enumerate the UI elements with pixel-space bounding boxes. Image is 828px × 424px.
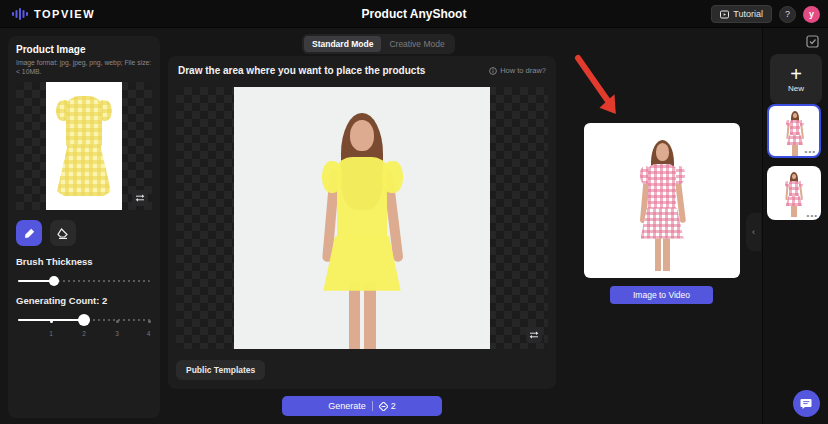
generate-credits: 2 [379,401,396,411]
generating-count-label: Generating Count: 2 [16,295,152,306]
swap-canvas-image-button[interactable] [526,327,542,343]
topbar-actions: Tutorial ? y [711,0,820,28]
brand-name: TOPVIEW [34,8,95,20]
support-chat-button[interactable] [793,390,820,417]
brush-thickness-slider[interactable] [18,275,150,287]
history-thumbnail-2[interactable]: ••• [767,166,821,220]
new-project-button[interactable]: + New [770,54,822,104]
tutorial-button[interactable]: Tutorial [711,5,772,23]
mode-tabs: Standard Mode Creative Mode [302,34,455,54]
brush-icon [24,228,35,239]
product-image-preview[interactable] [16,82,152,210]
format-hint: Image format: jpg, jpeg, png, webp; File… [16,58,152,76]
history-sidebar: + New ••• ••• [762,28,828,424]
generating-count-handle[interactable] [78,314,90,326]
draw-instruction: Draw the area where you want to place th… [178,65,425,76]
tick-2: 2 [82,330,86,337]
brush-tool-button[interactable] [16,220,42,246]
swap-icon [135,194,145,202]
product-image-canvas [46,82,122,210]
model-with-yellow-mask [272,101,452,349]
page-title: Product AnyShoot [0,7,828,21]
brush-thickness-label: Brush Thickness [16,256,152,267]
info-icon [489,67,497,75]
yellow-dress-image [56,96,112,196]
avatar[interactable]: y [803,6,820,23]
tick-3: 3 [115,330,119,337]
topview-logo-icon [12,7,28,21]
select-check-icon [806,35,819,48]
product-image-title: Product Image [16,44,152,55]
generate-divider [372,401,373,411]
history-thumbnail-1[interactable]: ••• [767,104,821,158]
new-label: New [788,84,804,93]
eraser-icon [57,228,69,239]
tutorial-icon [720,10,729,19]
chat-icon [800,398,813,410]
public-templates-button[interactable]: Public Templates [176,360,265,380]
chevron-left-icon: ‹ [752,227,755,237]
plus-icon: + [790,66,802,82]
tutorial-label: Tutorial [733,9,763,19]
credit-count: 2 [391,401,396,411]
image-to-video-button[interactable]: Image to Video [610,286,713,304]
swap-icon [529,331,539,339]
generating-count-slider[interactable] [18,314,150,326]
brand-logo[interactable]: TOPVIEW [12,7,95,21]
generate-label: Generate [328,401,366,411]
thumbnail-more-icon[interactable]: ••• [807,212,818,220]
credit-coin-icon [379,402,388,411]
tick-4: 4 [147,330,151,337]
tab-standard-mode[interactable]: Standard Mode [304,36,381,52]
how-to-draw-label: How to draw? [500,66,546,75]
app-root: TOPVIEW Product AnyShoot Tutorial ? y St… [0,0,828,424]
model-photo [234,87,490,349]
thumb-model-pink [775,170,813,217]
tab-creative-mode[interactable]: Creative Mode [381,36,452,52]
thumbnail-more-icon[interactable]: ••• [805,148,816,156]
multi-select-button[interactable] [806,34,820,48]
mask-tools [16,220,152,246]
model-with-pink-dress [612,133,712,271]
draw-area-header: Draw the area where you want to place th… [168,56,556,83]
drawing-canvas[interactable] [176,87,548,349]
tick-1: 1 [49,330,53,337]
collapse-panel-handle[interactable]: ‹ [746,213,761,251]
product-image-panel: Product Image Image format: jpg, jpeg, p… [8,36,160,418]
swap-product-image-button[interactable] [132,190,148,206]
help-button[interactable]: ? [779,6,796,23]
brush-thickness-handle[interactable] [49,276,59,286]
top-bar: TOPVIEW Product AnyShoot Tutorial ? y [0,0,828,28]
generate-button[interactable]: Generate 2 [282,396,442,416]
draw-area-card: Draw the area where you want to place th… [168,56,556,389]
red-arrow-annotation [570,53,630,127]
result-image-card[interactable] [584,123,740,278]
count-tick-labels: 1 2 3 4 [18,330,150,340]
eraser-tool-button[interactable] [50,220,76,246]
how-to-draw-link[interactable]: How to draw? [489,66,546,75]
